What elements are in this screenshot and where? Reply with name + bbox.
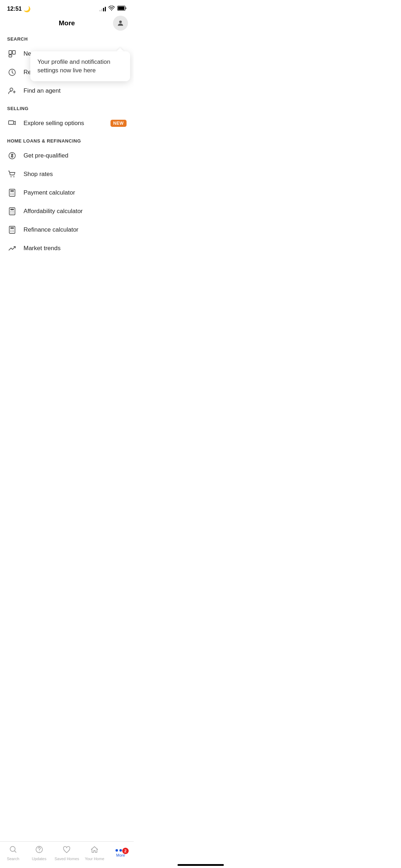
svg-rect-4 [9, 51, 12, 54]
svg-point-12 [14, 176, 15, 177]
map-search-icon [7, 50, 17, 58]
svg-point-28 [13, 213, 14, 213]
menu-item-refinance-calc[interactable]: Refinance calculator [0, 221, 134, 239]
svg-rect-9 [9, 121, 14, 124]
svg-point-36 [13, 231, 14, 232]
time-display: 12:51 [7, 6, 22, 12]
wifi-icon [108, 6, 115, 12]
svg-rect-2 [118, 6, 124, 10]
affordability-calc-label: Affordability calculator [24, 208, 127, 215]
clock-icon [7, 68, 17, 77]
menu-item-affordability-calc[interactable]: Affordability calculator [0, 202, 134, 221]
moon-icon: 🌙 [24, 6, 31, 12]
refinance-calc-label: Refinance calculator [24, 226, 127, 233]
svg-point-8 [10, 88, 13, 91]
status-icons [99, 6, 127, 12]
svg-point-26 [10, 213, 11, 213]
svg-point-24 [12, 211, 12, 212]
signal-icon [99, 6, 106, 11]
svg-point-15 [10, 193, 11, 193]
svg-point-25 [13, 211, 14, 212]
svg-point-19 [12, 194, 12, 195]
status-time: 12:51 🌙 [7, 6, 31, 12]
svg-point-31 [10, 230, 11, 231]
svg-rect-5 [12, 51, 15, 54]
profile-button[interactable] [113, 16, 128, 31]
svg-point-34 [10, 231, 11, 232]
svg-point-23 [10, 211, 11, 212]
calculator-affordability-icon [7, 207, 17, 216]
menu-item-shop-rates[interactable]: Shop rates [0, 165, 134, 184]
tooltip-text: Your profile and notification settings n… [37, 58, 110, 74]
svg-point-3 [119, 21, 122, 23]
svg-point-0 [111, 10, 112, 11]
svg-point-11 [11, 176, 12, 177]
svg-point-18 [10, 194, 11, 195]
trending-up-icon [7, 244, 17, 253]
menu-item-payment-calc[interactable]: Payment calculator [0, 184, 134, 202]
calculator-refinance-icon [7, 226, 17, 234]
svg-point-32 [12, 230, 12, 231]
section-search-header: SEARCH [0, 31, 134, 45]
header: More Your profile and notification setti… [0, 16, 134, 31]
page-title: More [59, 19, 75, 27]
svg-point-33 [13, 230, 14, 231]
svg-point-20 [13, 194, 14, 195]
battery-icon [117, 6, 127, 12]
menu-item-find-agent[interactable]: Find an agent [0, 82, 134, 100]
svg-rect-6 [9, 55, 12, 57]
person-plus-icon [7, 87, 17, 95]
svg-rect-14 [10, 190, 14, 192]
section-loans-header: HOME LOANS & REFINANCING [0, 133, 134, 146]
shop-rates-label: Shop rates [24, 171, 127, 178]
calculator-payment-icon [7, 188, 17, 197]
cart-icon [7, 170, 17, 179]
svg-rect-30 [10, 227, 14, 229]
svg-point-27 [12, 213, 12, 213]
menu-item-explore-selling[interactable]: Explore selling options NEW [0, 114, 134, 133]
svg-rect-22 [10, 209, 14, 210]
pre-qualified-label: Get pre-qualified [24, 152, 127, 159]
find-agent-label: Find an agent [24, 87, 127, 94]
new-badge: NEW [110, 120, 127, 127]
section-selling-header: SELLING [0, 100, 134, 114]
explore-selling-label: Explore selling options [24, 120, 104, 127]
menu-item-pre-qualified[interactable]: Get pre-qualified [0, 146, 134, 165]
svg-point-17 [13, 193, 14, 193]
status-bar: 12:51 🌙 [0, 0, 134, 16]
svg-point-16 [12, 193, 12, 193]
market-trends-label: Market trends [24, 245, 127, 252]
dollar-circle-icon [7, 151, 17, 160]
tooltip-arrow [117, 48, 124, 51]
svg-point-35 [12, 231, 12, 232]
payment-calc-label: Payment calculator [24, 189, 127, 196]
tooltip-popup: Your profile and notification settings n… [30, 51, 130, 81]
home-sign-icon [7, 119, 17, 128]
menu-item-market-trends[interactable]: Market trends [0, 239, 134, 258]
